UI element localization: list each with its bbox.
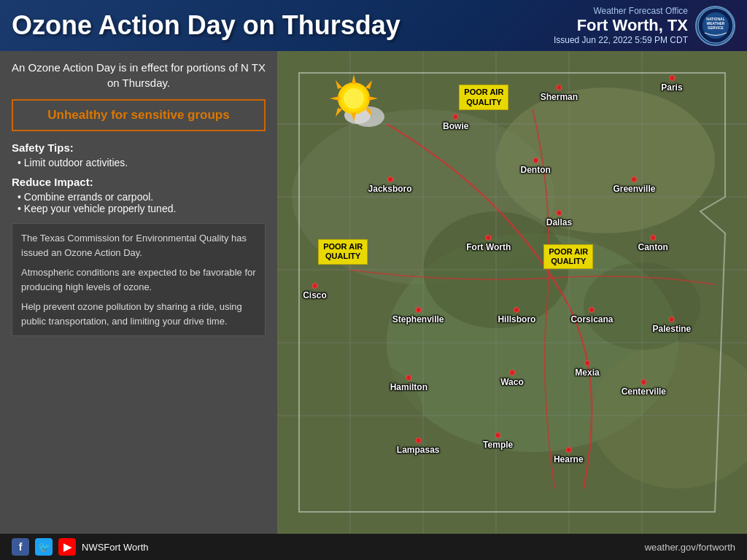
facebook-icon[interactable]: f (12, 538, 29, 556)
map-area: Bowie Sherman Paris Jacksboro Denton Gre… (277, 51, 747, 534)
info-box: The Texas Commission for Environmental Q… (12, 223, 266, 336)
reduce-title: Reduce Impact: (12, 176, 266, 188)
nws-logo: NATIONAL WEATHER SERVICE (695, 6, 735, 46)
social-handle: NWSFort Worth (82, 542, 149, 553)
air-quality-badge-1: POOR AIRQUALITY (459, 85, 508, 109)
office-info: Weather Forecast Office Fort Worth, TX I… (554, 6, 688, 45)
main-container: Ozone Action Day on Thursday Weather For… (0, 0, 747, 560)
info-para-1: The Texas Commission for Environmental Q… (21, 231, 256, 260)
header-right: Weather Forecast Office Fort Worth, TX I… (554, 6, 735, 46)
reduce-section: Reduce Impact: • Combine errands or carp… (12, 176, 266, 214)
alert-box: Unhealthy for sensitive groups (12, 99, 266, 131)
office-label: Weather Forecast Office (554, 6, 688, 16)
svg-text:SERVICE: SERVICE (708, 26, 724, 30)
alert-text: Unhealthy for sensitive groups (47, 108, 229, 122)
info-para-3: Help prevent ozone pollution by sharing … (21, 300, 256, 328)
youtube-icon[interactable]: ▶ (58, 538, 76, 556)
safety-item-1: • Limit outdoor activities. (12, 157, 266, 168)
twitter-icon[interactable]: 🐦 (35, 538, 53, 556)
office-name: Fort Worth, TX (554, 16, 688, 35)
left-panel: An Ozone Action Day is in effect for por… (0, 51, 277, 534)
page-title: Ozone Action Day on Thursday (12, 10, 400, 41)
footer-left: f 🐦 ▶ NWSFort Worth (12, 538, 149, 556)
air-quality-badge-2: POOR AIRQUALITY (318, 239, 368, 264)
content-area: An Ozone Action Day is in effect for por… (0, 51, 747, 534)
intro-text: An Ozone Action Day is in effect for por… (12, 60, 266, 90)
reduce-item-2: • Keep your vehicle properly tuned. (12, 203, 266, 214)
footer: f 🐦 ▶ NWSFort Worth weather.gov/fortwort… (0, 534, 747, 560)
air-quality-badge-3: POOR AIRQUALITY (543, 244, 593, 269)
reduce-item-1: • Combine errands or carpool. (12, 191, 266, 203)
safety-title: Safety Tips: (12, 141, 266, 154)
header: Ozone Action Day on Thursday Weather For… (0, 0, 747, 51)
info-para-2: Atmospheric conditions are expected to b… (21, 265, 256, 294)
footer-url[interactable]: weather.gov/fortworth (645, 542, 735, 553)
issued-line: Issued Jun 22, 2022 5:59 PM CDT (554, 35, 688, 45)
safety-section: Safety Tips: • Limit outdoor activities. (12, 141, 266, 168)
badges-container: POOR AIRQUALITYPOOR AIRQUALITYPOOR AIRQU… (277, 51, 747, 534)
